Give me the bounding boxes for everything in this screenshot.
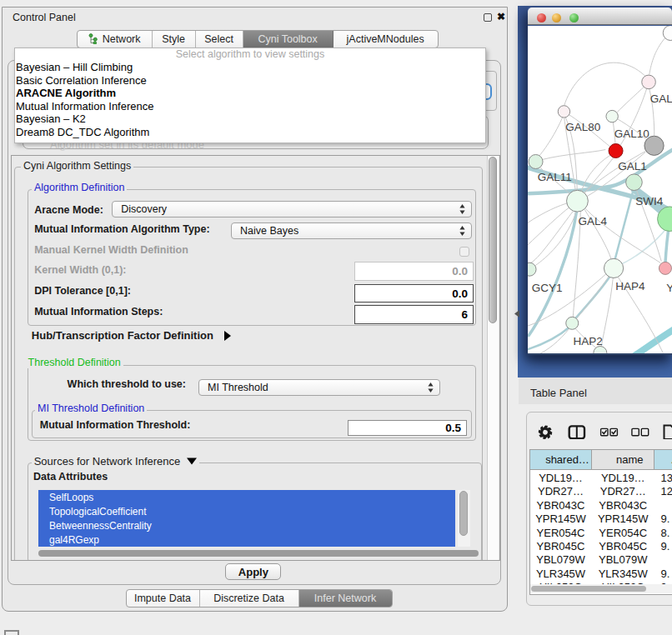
svg-text:GAL80: GAL80 [565,121,600,133]
svg-text:GAL11: GAL11 [538,171,572,183]
svg-text:Y: Y [666,282,672,294]
svg-text:SWI4: SWI4 [635,195,663,208]
svg-text:GCY1: GCY1 [532,282,563,294]
svg-text:GAL1: GAL1 [618,160,647,172]
svg-text:GAL10: GAL10 [614,128,649,140]
svg-text:GAL8: GAL8 [650,92,672,105]
svg-text:HAP4: HAP4 [615,280,645,292]
svg-text:HAP2: HAP2 [574,335,603,348]
svg-text:GAL4: GAL4 [579,215,608,228]
